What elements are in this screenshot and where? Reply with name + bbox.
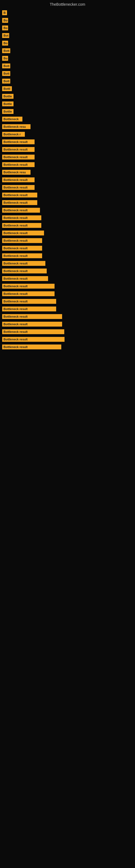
list-item: Bottle bbox=[2, 109, 133, 114]
list-item: Bottleneck result bbox=[2, 246, 133, 251]
bottleneck-label: Bottleneck result bbox=[2, 291, 54, 296]
list-item: Bottleneck result bbox=[2, 299, 133, 304]
list-item: Bottleneck result bbox=[2, 329, 133, 334]
bottleneck-label: Bott bbox=[2, 79, 10, 84]
site-title: TheBottlenecker.com bbox=[0, 0, 135, 8]
list-item: Bo bbox=[2, 56, 133, 61]
list-item: Bottleneck result bbox=[2, 230, 133, 236]
list-item: Bottleneck result bbox=[2, 261, 133, 266]
list-item: Bott bbox=[2, 79, 133, 84]
list-item: B bbox=[2, 10, 133, 15]
bottleneck-label: Bott bbox=[2, 48, 10, 53]
bottleneck-label: Bottleneck resu bbox=[2, 170, 31, 175]
bottleneck-label: Bottleneck result bbox=[2, 185, 35, 190]
bottleneck-label: Bo bbox=[2, 41, 8, 45]
list-item: Bottleneck resu bbox=[2, 170, 133, 175]
bottleneck-label: Bottleneck result bbox=[2, 208, 40, 213]
bottleneck-label: Bottleneck result bbox=[2, 200, 37, 205]
bottleneck-label: Bott bbox=[2, 71, 10, 76]
list-item: Bo bbox=[2, 26, 133, 30]
list-item: Bott bbox=[2, 63, 133, 68]
bottleneck-label: Bottleneck result bbox=[2, 238, 42, 243]
bottleneck-label: Bott bbox=[2, 63, 10, 68]
list-item: Bottle bbox=[2, 101, 133, 106]
bottleneck-label: Bottleneck result bbox=[2, 215, 41, 220]
list-item: Bottleneck result bbox=[2, 253, 133, 258]
bottleneck-label: Bottleneck result bbox=[2, 230, 44, 236]
bottleneck-label: Bo bbox=[2, 26, 8, 30]
bottleneck-label: Bot bbox=[2, 33, 9, 38]
bottleneck-label: Bottleneck result bbox=[2, 284, 54, 289]
bottleneck-label: Bottleneck result bbox=[2, 344, 61, 349]
list-item: Bottleneck result bbox=[2, 344, 133, 349]
list-item: Bottleneck result bbox=[2, 147, 133, 152]
list-item: Bottleneck result bbox=[2, 284, 133, 289]
bottleneck-label: Bottleneck result bbox=[2, 193, 37, 197]
list-item: Bottl bbox=[2, 86, 133, 91]
list-item: Bottleneck r bbox=[2, 132, 133, 137]
list-item: Bottleneck bbox=[2, 117, 133, 122]
bottleneck-label: Bo bbox=[2, 18, 8, 23]
bottleneck-label: Bottleneck result bbox=[2, 261, 45, 266]
bottleneck-label: B bbox=[2, 10, 7, 15]
bottleneck-label: Bottleneck result bbox=[2, 147, 35, 152]
list-item: Bottleneck result bbox=[2, 200, 133, 205]
bottleneck-label: Bottleneck resu bbox=[2, 124, 31, 129]
list-item: Bottleneck result bbox=[2, 208, 133, 213]
bottleneck-label: Bo bbox=[2, 56, 8, 61]
bottleneck-label: Bottleneck result bbox=[2, 162, 35, 167]
site-title-bar: TheBottlenecker.com bbox=[0, 0, 135, 8]
list-item: Bottleneck resu bbox=[2, 124, 133, 129]
list-item: Bottleneck result bbox=[2, 269, 133, 273]
bottleneck-label: Bottleneck result bbox=[2, 140, 35, 144]
list-item: Bottleneck result bbox=[2, 177, 133, 182]
list-item: Bottleneck result bbox=[2, 322, 133, 327]
bottleneck-label: Bottle bbox=[2, 94, 13, 99]
list-item: Bottleneck result bbox=[2, 185, 133, 190]
list-item: Bott bbox=[2, 48, 133, 53]
bottleneck-label: Bottleneck result bbox=[2, 269, 47, 273]
list-item: Bottleneck result bbox=[2, 162, 133, 167]
items-container: BBoBoBotBoBottBoBottBottBottBottlBottleB… bbox=[0, 8, 135, 355]
list-item: Bo bbox=[2, 41, 133, 45]
bottleneck-label: Bottleneck result bbox=[2, 155, 35, 159]
bottleneck-label: Bottleneck result bbox=[2, 307, 56, 311]
list-item: Bot bbox=[2, 33, 133, 38]
bottleneck-label: Bottle bbox=[2, 101, 13, 106]
bottleneck-label: Bottleneck result bbox=[2, 337, 64, 342]
bottleneck-label: Bottleneck result bbox=[2, 329, 64, 334]
list-item: Bottleneck result bbox=[2, 291, 133, 296]
list-item: Bottleneck result bbox=[2, 276, 133, 281]
list-item: Bottleneck result bbox=[2, 307, 133, 311]
list-item: Bottleneck result bbox=[2, 238, 133, 243]
bottleneck-label: Bottleneck result bbox=[2, 299, 56, 304]
bottleneck-label: Bottleneck result bbox=[2, 223, 41, 228]
list-item: Bottleneck result bbox=[2, 314, 133, 319]
bottleneck-label: Bottleneck result bbox=[2, 246, 42, 251]
list-item: Bottleneck result bbox=[2, 337, 133, 342]
list-item: Bottleneck result bbox=[2, 223, 133, 228]
bottleneck-label: Bottleneck result bbox=[2, 314, 62, 319]
list-item: Bottleneck result bbox=[2, 215, 133, 220]
bottleneck-label: Bottl bbox=[2, 86, 12, 91]
list-item: Bottleneck result bbox=[2, 155, 133, 159]
bottleneck-label: Bottleneck result bbox=[2, 253, 42, 258]
list-item: Bottleneck result bbox=[2, 193, 133, 197]
bottleneck-label: Bottleneck result bbox=[2, 177, 35, 182]
list-item: Bott bbox=[2, 71, 133, 76]
list-item: Bottle bbox=[2, 94, 133, 99]
bottleneck-label: Bottleneck result bbox=[2, 276, 48, 281]
list-item: Bottleneck result bbox=[2, 140, 133, 144]
bottleneck-label: Bottle bbox=[2, 109, 13, 114]
list-item: Bo bbox=[2, 18, 133, 23]
bottleneck-label: Bottleneck bbox=[2, 117, 22, 122]
bottleneck-label: Bottleneck r bbox=[2, 132, 25, 137]
bottleneck-label: Bottleneck result bbox=[2, 322, 62, 327]
